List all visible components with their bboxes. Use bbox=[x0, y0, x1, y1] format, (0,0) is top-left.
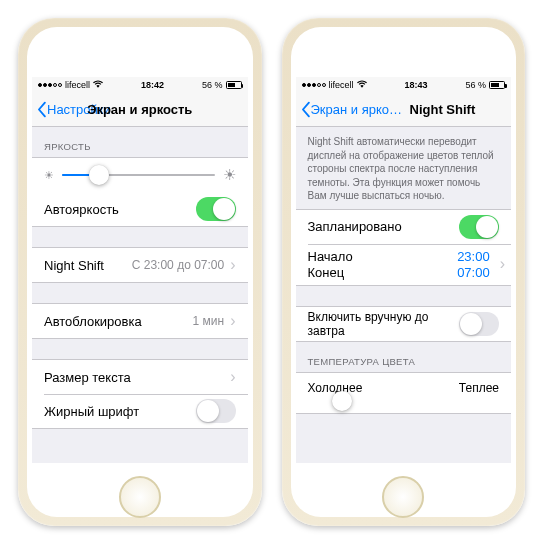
clock: 18:42 bbox=[103, 80, 202, 90]
battery-pct: 56 % bbox=[465, 80, 486, 90]
sun-small-icon: ☀︎ bbox=[44, 169, 54, 182]
night-shift-row[interactable]: Night Shift С 23:00 до 07:00 › bbox=[32, 248, 248, 282]
manual-enable-toggle[interactable] bbox=[459, 312, 499, 336]
screen-display-brightness: lifecell 18:42 56 % Настройки bbox=[32, 77, 248, 463]
auto-lock-label: Автоблокировка bbox=[44, 314, 193, 329]
screen-night-shift: lifecell 18:43 56 % Экран и яркость bbox=[296, 77, 512, 463]
back-button[interactable]: Настройки bbox=[32, 101, 111, 118]
chevron-right-icon: › bbox=[230, 256, 235, 274]
chevron-left-icon bbox=[300, 101, 311, 118]
bold-text-row: Жирный шрифт bbox=[32, 394, 248, 428]
back-label: Экран и яркость bbox=[311, 102, 408, 117]
night-shift-label: Night Shift bbox=[44, 258, 132, 273]
brightness-slider[interactable] bbox=[62, 174, 215, 176]
scheduled-label: Запланировано bbox=[308, 219, 460, 234]
night-shift-description: Night Shift автоматически переводит дисп… bbox=[296, 127, 512, 209]
status-bar: lifecell 18:43 56 % bbox=[296, 77, 512, 93]
warmer-label: Теплее bbox=[459, 381, 499, 395]
color-temp-header: ТЕМПЕРАТУРА ЦВЕТА bbox=[296, 342, 512, 372]
wifi-icon bbox=[93, 80, 103, 90]
manual-enable-label: Включить вручную до завтра bbox=[308, 310, 460, 338]
chevron-right-icon: › bbox=[500, 255, 505, 273]
end-value: 07:00 bbox=[457, 265, 490, 280]
auto-brightness-toggle[interactable] bbox=[196, 197, 236, 221]
start-label: Начало bbox=[308, 249, 353, 264]
phone-right: lifecell 18:43 56 % Экран и яркость bbox=[282, 18, 526, 526]
wifi-icon bbox=[357, 80, 367, 90]
carrier-label: lifecell bbox=[329, 80, 354, 90]
auto-brightness-row: Автояркость bbox=[32, 192, 248, 226]
start-value: 23:00 bbox=[457, 249, 490, 264]
bold-text-toggle[interactable] bbox=[196, 399, 236, 423]
home-button[interactable] bbox=[382, 476, 424, 518]
battery-icon bbox=[226, 81, 242, 89]
auto-brightness-label: Автояркость bbox=[44, 202, 196, 217]
carrier-label: lifecell bbox=[65, 80, 90, 90]
scheduled-row: Запланировано bbox=[296, 210, 512, 244]
end-label: Конец bbox=[308, 265, 345, 280]
chevron-right-icon: › bbox=[230, 368, 235, 386]
home-button[interactable] bbox=[119, 476, 161, 518]
back-button[interactable]: Экран и яркость bbox=[296, 101, 408, 118]
sun-large-icon: ☀︎ bbox=[223, 166, 236, 184]
phone-left: lifecell 18:42 56 % Настройки bbox=[18, 18, 262, 526]
chevron-left-icon bbox=[36, 101, 47, 118]
auto-lock-row[interactable]: Автоблокировка 1 мин › bbox=[32, 304, 248, 338]
manual-enable-row: Включить вручную до завтра bbox=[296, 307, 512, 341]
text-size-row[interactable]: Размер текста › bbox=[32, 360, 248, 394]
brightness-header: ЯРКОСТЬ bbox=[32, 127, 248, 157]
scheduled-toggle[interactable] bbox=[459, 215, 499, 239]
status-bar: lifecell 18:42 56 % bbox=[32, 77, 248, 93]
stage: lifecell 18:42 56 % Настройки bbox=[0, 0, 543, 544]
night-shift-detail: С 23:00 до 07:00 bbox=[132, 258, 224, 272]
back-label: Настройки bbox=[47, 102, 111, 117]
color-temp-row: Холоднее Теплее bbox=[296, 373, 512, 413]
chevron-right-icon: › bbox=[230, 312, 235, 330]
page-title: Night Shift bbox=[410, 102, 511, 117]
schedule-times-row[interactable]: Начало 23:00 Конец 07:00 › bbox=[296, 244, 512, 285]
auto-lock-detail: 1 мин bbox=[193, 314, 225, 328]
brightness-slider-row: ☀︎ ☀︎ bbox=[32, 158, 248, 192]
battery-icon bbox=[489, 81, 505, 89]
nav-bar: Экран и яркость Night Shift bbox=[296, 93, 512, 127]
clock: 18:43 bbox=[367, 80, 466, 90]
battery-pct: 56 % bbox=[202, 80, 223, 90]
text-size-label: Размер текста bbox=[44, 370, 228, 385]
bold-text-label: Жирный шрифт bbox=[44, 404, 196, 419]
nav-bar: Настройки Экран и яркость bbox=[32, 93, 248, 127]
